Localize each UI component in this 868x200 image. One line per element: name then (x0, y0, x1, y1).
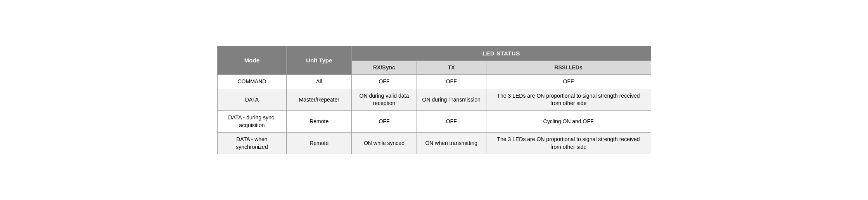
row1-unit-type: Master/Repeater (287, 89, 352, 110)
row0-rx-sync: OFF (352, 75, 417, 89)
row1-mode: DATA (217, 89, 287, 110)
table-row: DATA - during sync. acquisition Remote O… (217, 111, 651, 133)
row2-rx-sync: OFF (352, 111, 417, 133)
row3-rssi: The 3 LEDs are ON proportional to signal… (486, 133, 651, 154)
led-status-header: LED STATUS (352, 46, 651, 60)
row2-mode: DATA - during sync. acquisition (217, 111, 287, 133)
table-row: DATA Master/Repeater ON during valid dat… (217, 89, 651, 110)
tx-subheader: TX (417, 60, 486, 75)
mode-header: Mode (217, 46, 287, 75)
row0-mode: COMMAND (217, 75, 287, 89)
table-row: DATA - when synchronized Remote ON while… (217, 133, 651, 154)
row2-tx: OFF (417, 111, 486, 133)
row2-unit-type: Remote (287, 111, 352, 133)
row2-rssi: Cycling ON and OFF (486, 111, 651, 133)
row0-rssi: OFF (486, 75, 651, 89)
unit-type-header: Unit Type (287, 46, 352, 75)
row3-mode: DATA - when synchronized (217, 133, 287, 154)
rx-sync-subheader: RX/Sync (352, 60, 417, 75)
row3-rx-sync: ON while synced (352, 133, 417, 154)
table-row: COMMAND All OFF OFF OFF (217, 75, 651, 89)
row1-rssi: The 3 LEDs are ON proportional to signal… (486, 89, 651, 110)
row1-tx: ON during Transmission (417, 89, 486, 110)
row3-unit-type: Remote (287, 133, 352, 154)
row3-tx: ON when transmitting (417, 133, 486, 154)
rssi-leds-subheader: RSSI LEDs (486, 60, 651, 75)
row1-rx-sync: ON during valid data reception (352, 89, 417, 110)
row0-unit-type: All (287, 75, 352, 89)
led-status-table: Mode Unit Type LED STATUS RX/Sync TX RSS… (217, 46, 651, 155)
row0-tx: OFF (417, 75, 486, 89)
